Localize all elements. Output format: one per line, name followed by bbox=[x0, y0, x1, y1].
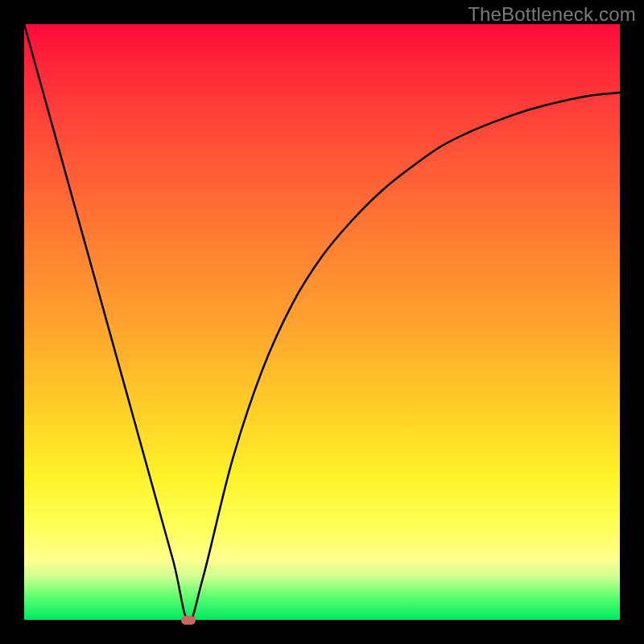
min-marker bbox=[181, 616, 196, 625]
plot-area bbox=[24, 24, 620, 620]
data-curve bbox=[24, 24, 620, 620]
curve-svg bbox=[24, 24, 620, 620]
watermark-label: TheBottleneck.com bbox=[468, 3, 636, 26]
chart-frame: TheBottleneck.com bbox=[0, 0, 644, 644]
